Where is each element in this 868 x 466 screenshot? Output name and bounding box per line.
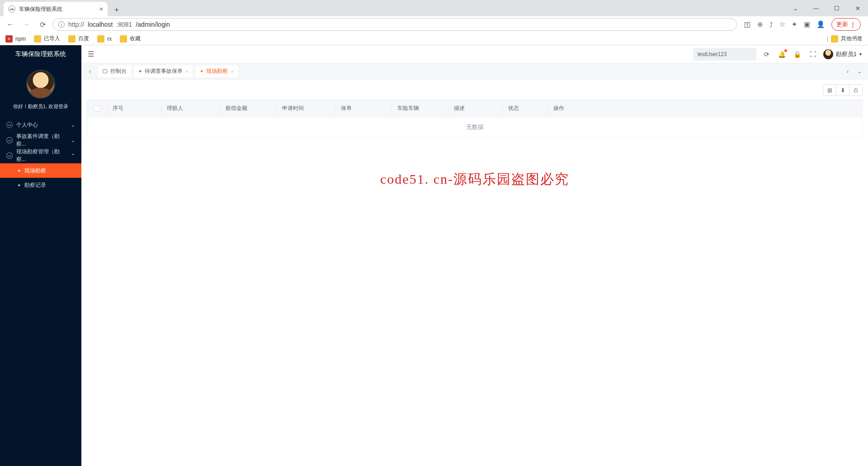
col-desc: 描述 [448,100,503,117]
close-icon[interactable]: × [185,69,188,74]
browser-tab[interactable]: ok 车辆保险理赔系统 × [4,2,108,16]
dropdown-icon[interactable]: ⌄ [785,0,806,16]
col-vehicle: 车险车辆 [392,100,448,117]
close-icon[interactable]: × [231,69,233,74]
folder-icon [831,35,838,43]
app-container: 车辆保险理赔系统 你好！勘察员1, 欢迎登录 ok 个人中心 ⌄ ok 事故案件… [0,45,868,466]
page-tabs: ‹ 🖵 控制台 ✦ 待调查事故保单 × ✦ 现场勘察 × › ⌄ [81,63,868,80]
tabs-next-button[interactable]: › [843,67,853,76]
col-time: 申请时间 [277,100,335,117]
sidebar-item-label: 事故案件调查（勘察... [16,133,67,148]
minimize-icon[interactable]: — [806,0,826,16]
browser-chrome: ok 车辆保险理赔系统 × + ⌄ — ☐ ✕ ← → ⟳ i http://l… [0,0,868,45]
address-bar: ← → ⟳ i http://localhost:8081/admin/logi… [0,16,868,33]
topbar: ☰ ⟳ 🔔 🔒 ⛶ 勘察员1 ▾ [81,45,868,63]
caret-down-icon: ▾ [859,52,862,57]
tab-label: 待调查事故保单 [145,67,183,75]
bookmark-baidu[interactable]: 百度 [68,35,89,43]
share-icon[interactable]: ⤴ [769,21,773,29]
watermark-text: code51. cn-源码乐园盗图必究 [380,170,569,189]
tab-pending[interactable]: ✦ 待调查事故保单 × [134,66,193,77]
main-area: ☰ ⟳ 🔔 🔒 ⛶ 勘察员1 ▾ ‹ 🖵 控制台 ✦ 待调查事故保单 × [81,45,868,466]
sidebar-item-label: 勘察记录 [24,181,46,189]
bell-icon[interactable]: 🔔 [777,49,787,59]
collapse-sidebar-icon[interactable]: ☰ [88,50,94,58]
other-bookmarks[interactable]: |其他书签 [827,35,863,43]
content-area: ⊞ ⬇ ⎙ 序号 理赔人 赔偿金额 申请时间 保单 车险车辆 描述 状态 操作 … [81,80,868,466]
zoom-icon[interactable]: ⊕ [757,20,763,29]
chevron-up-icon: ⌃ [71,153,75,159]
reload-button[interactable]: ⟳ [36,18,49,31]
col-status: 状态 [503,100,548,117]
search-input[interactable] [693,48,756,61]
columns-button[interactable]: ⊞ [823,84,836,96]
url-input[interactable]: i http://localhost:8081/admin/login [52,18,737,31]
sidebar-item-survey-mgmt[interactable]: ok 现场勘察管理（勘察... ⌃ [0,148,81,163]
panel-icon[interactable]: ▣ [804,20,810,29]
sidebar-item-personal[interactable]: ok 个人中心 ⌄ [0,117,81,133]
npm-icon: n [5,35,13,43]
monitor-icon: 🖵 [102,68,108,75]
back-button[interactable]: ← [4,18,16,31]
fullscreen-icon[interactable]: ⛶ [808,49,818,59]
bookmark-rx[interactable]: rx [97,35,112,43]
col-person: 理赔人 [161,100,220,117]
browser-tab-title: 车辆保险理赔系统 [19,5,62,13]
user-menu[interactable]: 勘察员1 ▾ [823,49,862,59]
welcome-text: 你好！勘察员1, 欢迎登录 [13,103,68,110]
new-tab-button[interactable]: + [110,4,123,16]
col-seq: 序号 [107,100,161,117]
print-button[interactable]: ⎙ [849,84,863,96]
select-all-header[interactable] [87,100,107,117]
bookmark-fav[interactable]: 收藏 [120,35,141,43]
maximize-icon[interactable]: ☐ [826,0,847,16]
url-port: :8081 [116,21,132,28]
col-policy: 保单 [335,100,392,117]
username-label: 勘察员1 [836,50,857,58]
pin-icon: ✦ [200,69,203,74]
bookmarks-bar: nnpm 已导入 百度 rx 收藏 |其他书签 [0,33,868,45]
sidebar-subitem-survey[interactable]: ✦ 现场勘察 [0,163,81,178]
tab-console[interactable]: 🖵 控制台 [98,66,131,77]
table-toolbar: ⊞ ⬇ ⎙ [87,84,863,96]
profile-icon[interactable]: 👤 [816,20,825,29]
app-title: 车辆保险理赔系统 [0,45,81,63]
refresh-icon[interactable]: ⟳ [762,49,772,59]
tab-label: 现场勘察 [206,67,228,75]
circle-icon: ok [6,152,13,159]
url-path: /admin/login [136,21,170,28]
folder-icon [120,35,127,43]
extensions-icon[interactable]: ✦ [792,20,797,29]
sidebar-item-investigation[interactable]: ok 事故案件调查（勘察... ⌄ [0,133,81,148]
folder-icon [97,35,104,43]
tab-survey[interactable]: ✦ 现场勘察 × [195,66,238,77]
browser-tab-bar: ok 车辆保险理赔系统 × + ⌄ — ☐ ✕ [0,0,868,16]
sidebar-subitem-record[interactable]: ✦ 勘察记录 [0,178,81,192]
sidebar-item-label: 现场勘察 [24,167,46,175]
forward-button[interactable]: → [20,18,33,31]
export-button[interactable]: ⬇ [836,84,849,96]
lock-icon[interactable]: 🔒 [793,49,802,59]
tabs-prev-button[interactable]: ‹ [85,67,95,76]
url-host: localhost [88,21,113,28]
bookmark-star-icon[interactable]: ☆ [779,20,785,29]
favicon-icon: ok [8,5,15,13]
bookmark-imported[interactable]: 已导入 [34,35,60,43]
update-button[interactable]: 更新 ⋮ [831,18,861,31]
close-window-icon[interactable]: ✕ [847,0,868,16]
pin-icon: ✦ [138,69,142,74]
pin-icon: ✦ [17,168,21,173]
data-table: 序号 理赔人 赔偿金额 申请时间 保单 车险车辆 描述 状态 操作 无数据 [87,100,863,138]
pin-icon: ✦ [17,183,21,188]
bookmark-npm[interactable]: nnpm [5,35,26,43]
tabs-menu-button[interactable]: ⌄ [854,67,864,76]
site-info-icon[interactable]: i [58,21,65,28]
window-controls: ⌄ — ☐ ✕ [785,0,868,16]
checkbox[interactable] [94,105,100,112]
chevron-down-icon: ⌄ [71,122,75,128]
close-icon[interactable]: × [99,5,103,13]
avatar [26,70,55,99]
empty-text: 无数据 [87,117,862,137]
password-key-icon[interactable]: ⚿ [744,21,751,29]
tab-label: 控制台 [110,67,127,75]
